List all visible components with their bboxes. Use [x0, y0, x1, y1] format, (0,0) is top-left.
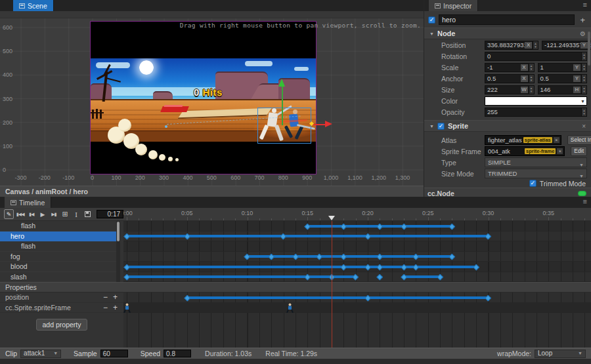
timeline-track-blood[interactable] — [123, 262, 591, 272]
scrollbar-thumb[interactable] — [117, 222, 120, 241]
clear-asset-icon[interactable]: × — [554, 137, 559, 143]
size-mode-select[interactable]: TRIMMED▼ — [485, 169, 587, 178]
speed-input[interactable]: 0.8 — [164, 350, 191, 357]
playhead-line[interactable] — [332, 221, 333, 348]
field-value[interactable]: 222W — [485, 85, 529, 94]
field-value[interactable]: -121.24933571Y — [542, 41, 589, 50]
stepper-arrows[interactable]: ▲▼ — [582, 85, 587, 94]
color-swatch[interactable]: ▼ — [485, 96, 587, 106]
timeline-node-flash[interactable]: flash — [0, 221, 116, 232]
timeline-node-hero[interactable]: hero — [0, 232, 116, 242]
asset-field[interactable]: 004_atksprite-frame× — [485, 146, 565, 156]
panel-menu-icon[interactable]: ≡ — [583, 197, 591, 208]
keyframe-diamond[interactable] — [449, 223, 455, 229]
clear-asset-icon[interactable]: × — [557, 148, 563, 154]
timeline-ruler[interactable]: 0:000:050:100:150:200:250:300:35 — [123, 208, 591, 221]
stepper-arrows[interactable]: ▲▼ — [529, 85, 535, 94]
number-field[interactable]: 255▲▼ — [485, 108, 587, 117]
tab-inspector[interactable]: Inspector — [429, 0, 478, 11]
timeline-track-fog[interactable] — [123, 252, 591, 262]
edit-button[interactable]: Edit — [571, 146, 587, 156]
rewind-start-button[interactable]: ▮◀◀ — [15, 209, 25, 219]
sample-input[interactable]: 60 — [100, 350, 128, 357]
keyframe-diamond[interactable] — [364, 264, 370, 270]
asset-field[interactable]: fighter_atlassprite-atlas× — [485, 135, 561, 145]
add-property-button[interactable]: add property — [36, 319, 88, 331]
number-field[interactable]: -1X▲▼ — [485, 63, 535, 72]
number-field[interactable]: 0▲▼ — [485, 52, 587, 61]
timeline-node-flash[interactable]: flash — [0, 241, 116, 252]
stepper-arrows[interactable]: ▲▼ — [582, 108, 587, 117]
keyframe-bar[interactable] — [127, 275, 356, 278]
keyframe-diamond[interactable] — [413, 264, 419, 270]
sprite-enabled-checkbox[interactable]: ✓ — [437, 123, 445, 130]
keyframe-diamond[interactable] — [473, 264, 479, 270]
remove-property-button[interactable]: − — [103, 303, 108, 313]
keyframe-diamond[interactable] — [123, 264, 129, 270]
collapse-arrow-icon[interactable]: ▼ — [429, 31, 434, 36]
add-key-button[interactable]: + — [113, 303, 118, 313]
keyframe-bar[interactable] — [127, 235, 489, 237]
node-section-header[interactable]: ▼ Node ⚙ — [424, 28, 591, 39]
tab-timeline[interactable]: Timeline — [5, 197, 51, 208]
next-frame-button[interactable]: ▶▮ — [49, 209, 58, 219]
keyframe-diamond[interactable] — [341, 264, 347, 270]
keyframe-diamond[interactable] — [485, 294, 491, 300]
keyframe-diamond[interactable] — [305, 223, 311, 229]
keyframe-bar[interactable] — [187, 296, 489, 299]
insert-event-button[interactable]: I — [72, 209, 81, 219]
scene-canvas[interactable]: 6005004003002001000 -300-200-10001002003… — [0, 18, 424, 186]
add-keyframe-button[interactable]: ⊞ — [60, 209, 70, 219]
save-clip-button[interactable] — [83, 209, 93, 219]
wrapmode-select[interactable]: Loop ▼ — [535, 350, 586, 358]
stepper-arrows[interactable]: ▲▼ — [582, 63, 587, 72]
keyframe-diamond[interactable] — [377, 264, 383, 270]
stepper-arrows[interactable]: ▲▼ — [533, 41, 538, 50]
gear-icon[interactable]: ⚙ — [580, 30, 586, 37]
property-row-position[interactable]: position−+ — [0, 293, 123, 303]
remove-component-icon[interactable]: × — [582, 123, 586, 130]
timeline-node-fog[interactable]: fog — [0, 252, 116, 262]
property-track-position[interactable] — [123, 293, 591, 303]
keyframe-diamond[interactable] — [437, 274, 443, 280]
prev-frame-button[interactable]: ▮◀ — [26, 209, 36, 219]
field-value[interactable]: -1X — [485, 63, 529, 72]
field-value[interactable]: 0.5Y — [538, 74, 582, 83]
keyframe-bar[interactable] — [404, 275, 440, 278]
field-value[interactable]: 0 — [485, 52, 582, 61]
properties-tracks[interactable] — [123, 293, 591, 348]
current-time-display[interactable]: 0:17 — [97, 210, 123, 218]
clip-select[interactable]: attack1 ▼ — [20, 350, 61, 358]
number-field[interactable]: -121.24933571Y▲▼ — [542, 41, 591, 50]
field-value[interactable]: 336.883279313X — [485, 41, 533, 50]
keyframe-bar[interactable] — [127, 266, 476, 268]
field-value[interactable]: 146H — [538, 85, 582, 94]
inspector-scrollbar[interactable] — [588, 31, 590, 66]
keyframe-diamond[interactable] — [184, 294, 190, 300]
number-field[interactable]: 336.883279313X▲▼ — [485, 41, 538, 50]
timeline-scrollbar[interactable] — [116, 221, 120, 282]
keyframe-diamond[interactable] — [341, 223, 347, 229]
remove-property-button[interactable]: − — [103, 293, 108, 303]
property-track-cc.Sprite.spriteFrame[interactable] — [123, 303, 591, 313]
type-select[interactable]: SIMPLE▼ — [485, 157, 587, 167]
gizmo-x-axis[interactable] — [313, 124, 326, 125]
keyframe-diamond[interactable] — [377, 274, 383, 280]
breadcrumb[interactable]: Canvas / animRoot / hero — [0, 186, 424, 197]
add-component-button[interactable]: + — [578, 15, 587, 25]
stepper-arrows[interactable]: ▲▼ — [529, 74, 535, 83]
node-active-checkbox[interactable]: ✓ — [428, 16, 435, 24]
timeline-track-slash[interactable] — [123, 272, 591, 283]
keyframe-diamond[interactable] — [485, 233, 491, 239]
node-name-input[interactable] — [439, 14, 575, 25]
sprite-section-header[interactable]: ▼ ✓ Sprite × — [424, 120, 591, 132]
panel-menu-icon[interactable]: ≡ — [583, 0, 591, 11]
trimmed-mode-checkbox[interactable]: ✓ — [529, 180, 536, 187]
tab-scene[interactable]: Scene — [13, 0, 54, 11]
keyframe-diamond[interactable] — [377, 223, 383, 229]
keyframe-bar[interactable] — [248, 255, 452, 258]
ccnode-toggle[interactable] — [578, 191, 586, 196]
number-field[interactable]: 146H▲▼ — [538, 85, 588, 94]
keyframe-diamond[interactable] — [449, 254, 455, 260]
keyframe-diamond[interactable] — [401, 223, 406, 229]
